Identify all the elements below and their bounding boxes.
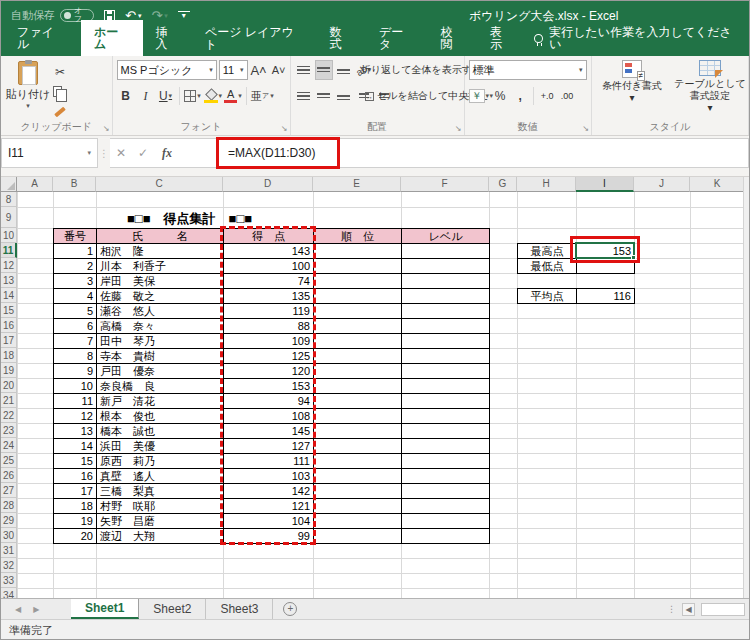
row-header-32[interactable]: 32 xyxy=(1,558,17,573)
font-dialog-launcher[interactable]: ↘ xyxy=(281,124,288,133)
decrease-decimal-button[interactable]: .00 xyxy=(558,86,576,106)
cell-F11[interactable] xyxy=(402,244,490,259)
column-header-K[interactable]: K xyxy=(690,177,745,192)
row-header-25[interactable]: 25 xyxy=(1,453,17,468)
row-header-21[interactable]: 21 xyxy=(1,393,17,408)
cell-E27[interactable] xyxy=(314,484,402,499)
cell-E18[interactable] xyxy=(314,349,402,364)
row-header-10[interactable]: 10 xyxy=(1,228,17,243)
cell-C13[interactable]: 岸田 美保 xyxy=(97,274,224,289)
cell-B22[interactable]: 12 xyxy=(54,409,97,424)
select-all-corner[interactable] xyxy=(1,177,17,192)
cell-E16[interactable] xyxy=(314,319,402,334)
row-header-11[interactable]: 11 xyxy=(1,243,17,258)
cell-B23[interactable]: 13 xyxy=(54,424,97,439)
align-bottom-button[interactable] xyxy=(335,60,353,80)
row-header-13[interactable]: 13 xyxy=(1,273,17,288)
cell-C11[interactable]: 相沢 隆 xyxy=(97,244,224,259)
italic-button[interactable]: I xyxy=(137,86,155,106)
cell-B10[interactable]: 番号 xyxy=(54,229,97,244)
bold-button[interactable]: B xyxy=(117,86,135,106)
cell-B30[interactable]: 20 xyxy=(54,529,97,544)
row-header-30[interactable]: 30 xyxy=(1,528,17,543)
ribbon-tab-校閲[interactable]: 校閲 xyxy=(428,20,477,56)
cell-E28[interactable] xyxy=(314,499,402,514)
cell-F22[interactable] xyxy=(402,409,490,424)
cell-B18[interactable]: 8 xyxy=(54,349,97,364)
cell-B24[interactable]: 14 xyxy=(54,439,97,454)
column-header-A[interactable]: A xyxy=(17,177,53,192)
column-header-B[interactable]: B xyxy=(53,177,96,192)
cell-F13[interactable] xyxy=(402,274,490,289)
cut-button[interactable]: ✂ xyxy=(51,63,69,80)
save-button[interactable] xyxy=(104,10,115,21)
cell-B28[interactable]: 18 xyxy=(54,499,97,514)
cell-C17[interactable]: 田中 琴乃 xyxy=(97,334,224,349)
cell-B12[interactable]: 2 xyxy=(54,259,97,274)
cell-F20[interactable] xyxy=(402,379,490,394)
cell-E21[interactable] xyxy=(314,394,402,409)
cell-B11[interactable]: 1 xyxy=(54,244,97,259)
column-header-F[interactable]: F xyxy=(401,177,489,192)
cell-F24[interactable] xyxy=(402,439,490,454)
cell-C20[interactable]: 奈良橋 良 xyxy=(97,379,224,394)
column-header-J[interactable]: J xyxy=(634,177,690,192)
row-header-24[interactable]: 24 xyxy=(1,438,17,453)
cell-I14[interactable]: 116 xyxy=(577,289,635,304)
sheet-tab-Sheet3[interactable]: Sheet3 xyxy=(206,599,273,619)
cell-B20[interactable]: 10 xyxy=(54,379,97,394)
cell-E24[interactable] xyxy=(314,439,402,454)
row-header-16[interactable]: 16 xyxy=(1,318,17,333)
row-header-20[interactable]: 20 xyxy=(1,378,17,393)
enter-button[interactable]: ✓ xyxy=(132,138,154,168)
row-header-28[interactable]: 28 xyxy=(1,498,17,513)
shrink-font-button[interactable]: A˅ xyxy=(270,60,288,80)
row-header-26[interactable]: 26 xyxy=(1,468,17,483)
cell-B19[interactable]: 9 xyxy=(54,364,97,379)
comma-style-button[interactable]: , xyxy=(511,86,529,106)
cell-F12[interactable] xyxy=(402,259,490,274)
cell-F27[interactable] xyxy=(402,484,490,499)
ribbon-tab-挿入[interactable]: 挿入 xyxy=(143,20,192,56)
cell-B25[interactable]: 15 xyxy=(54,454,97,469)
cell-C15[interactable]: 瀬谷 悠人 xyxy=(97,304,224,319)
cell-B13[interactable]: 3 xyxy=(54,274,97,289)
ribbon-tab-ファイル[interactable]: ファイル xyxy=(1,20,81,56)
cell-H14[interactable]: 平均点 xyxy=(518,289,577,304)
cell-B27[interactable]: 17 xyxy=(54,484,97,499)
tell-me-box[interactable]: 実行したい作業を入力してください xyxy=(526,20,749,56)
ribbon-tab-表示[interactable]: 表示 xyxy=(477,20,526,56)
cell-F21[interactable] xyxy=(402,394,490,409)
cell-F25[interactable] xyxy=(402,454,490,469)
cell-C27[interactable]: 三橋 梨真 xyxy=(97,484,224,499)
increase-decimal-button[interactable]: +.0 xyxy=(538,86,556,106)
align-right-button[interactable] xyxy=(335,86,353,106)
cell-F30[interactable] xyxy=(402,529,490,544)
row-header-14[interactable]: 14 xyxy=(1,288,17,303)
cell-F15[interactable] xyxy=(402,304,490,319)
cell-F23[interactable] xyxy=(402,424,490,439)
row-header-22[interactable]: 22 xyxy=(1,408,17,423)
underline-button[interactable]: U▾ xyxy=(157,86,175,106)
cell-F29[interactable] xyxy=(402,514,490,529)
cell-E20[interactable] xyxy=(314,379,402,394)
cell-E14[interactable] xyxy=(314,289,402,304)
row-header-9[interactable]: 9 xyxy=(1,207,17,228)
cell-E22[interactable] xyxy=(314,409,402,424)
cell-C25[interactable]: 原西 莉乃 xyxy=(97,454,224,469)
font-color-button[interactable]: A▾ xyxy=(224,86,242,106)
cancel-button[interactable]: ✕ xyxy=(110,138,132,168)
column-header-G[interactable]: G xyxy=(489,177,517,192)
column-header-I[interactable]: I xyxy=(576,177,634,192)
cell-E26[interactable] xyxy=(314,469,402,484)
cell-B14[interactable]: 4 xyxy=(54,289,97,304)
row-header-17[interactable]: 17 xyxy=(1,333,17,348)
cell-F16[interactable] xyxy=(402,319,490,334)
cell-B21[interactable]: 11 xyxy=(54,394,97,409)
row-header-15[interactable]: 15 xyxy=(1,303,17,318)
row-header-12[interactable]: 12 xyxy=(1,258,17,273)
fill-color-button[interactable]: ▾ xyxy=(204,86,223,106)
cell-F18[interactable] xyxy=(402,349,490,364)
cell-F10[interactable]: レベル xyxy=(402,229,490,244)
row-header-19[interactable]: 19 xyxy=(1,363,17,378)
